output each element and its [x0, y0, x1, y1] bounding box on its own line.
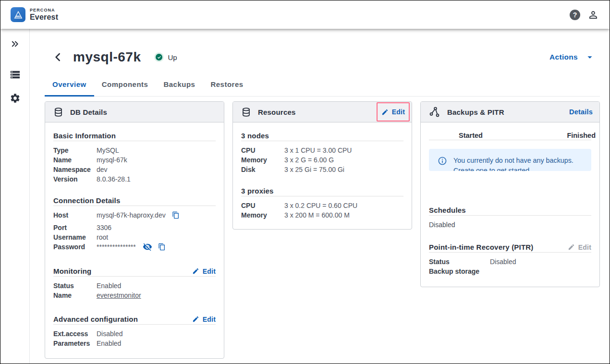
- row-proxies-memory: Memory3 x 200 M = 600.00 M: [241, 210, 403, 220]
- database-icon: [53, 107, 63, 117]
- brand-percona: PERCONA: [30, 8, 58, 12]
- row-monitoring-status: StatusEnabled: [53, 281, 216, 291]
- app-window: PERCONA Everest ? my: [0, 0, 610, 364]
- toggle-password-visibility-icon[interactable]: [143, 242, 152, 252]
- tab-backups[interactable]: Backups: [156, 75, 203, 96]
- row-parameters: ParametersEnabled: [53, 339, 216, 348]
- row-pitr-status: StatusDisabled: [429, 257, 591, 267]
- help-icon[interactable]: ?: [570, 10, 580, 20]
- page-title: mysql-67k: [73, 49, 141, 65]
- row-nodes-memory: Memory3 x 2 G = 6.00 G: [241, 155, 403, 165]
- actions-button[interactable]: Actions: [549, 52, 595, 62]
- status-label: Up: [168, 53, 177, 61]
- status-up-check-icon: [154, 52, 164, 62]
- database-icon: [241, 107, 251, 117]
- row-host: Host mysql-67k-haproxy.dev: [53, 210, 216, 223]
- row-monitoring-name: Nameeverestmonitor: [53, 291, 216, 300]
- brand-everest: Everest: [30, 13, 58, 21]
- databases-icon[interactable]: [10, 69, 21, 80]
- backups-details-link[interactable]: Details: [569, 108, 593, 116]
- main-content: mysql-67k Up Actions Overview Components…: [30, 29, 610, 364]
- row-proxies-cpu: CPU3 x 0.2 CPU = 0.60 CPU: [241, 201, 403, 210]
- col-header-started: Started: [459, 132, 483, 139]
- section-connection-details: Connection Details: [53, 196, 120, 205]
- info-icon: [438, 156, 447, 166]
- row-port: Port3306: [53, 223, 216, 232]
- tab-restores[interactable]: Restores: [203, 75, 251, 96]
- section-basic-information: Basic Information: [53, 132, 116, 140]
- section-advanced-configuration: Advanced configuration: [53, 315, 138, 323]
- card-resources: Resources Edit 3 nodes CPU3 x 1 CPU =: [232, 101, 412, 230]
- row-nodes-cpu: CPU3 x 1 CPU = 3.00 CPU: [241, 146, 403, 155]
- row-name: Namemysql-67k: [53, 155, 216, 165]
- copy-password-icon[interactable]: [158, 242, 166, 252]
- schedules-value: Disabled: [429, 221, 591, 229]
- advanced-edit-button[interactable]: Edit: [192, 315, 216, 323]
- caret-down-icon: [585, 52, 595, 62]
- section-monitoring: Monitoring: [53, 267, 91, 275]
- brand-link[interactable]: PERCONA Everest: [11, 7, 58, 22]
- edit-pencil-icon: [192, 267, 199, 275]
- sidebar: [0, 29, 30, 364]
- card-db-details: DB Details Basic Information TypeMySQL N…: [45, 101, 224, 359]
- monitoring-name-link[interactable]: everestmonitor: [97, 291, 141, 299]
- section-nodes: 3 nodes: [241, 132, 269, 140]
- edit-pencil-icon: [568, 243, 575, 251]
- row-username: Usernameroot: [53, 232, 216, 242]
- expand-sidebar-icon[interactable]: [10, 39, 20, 49]
- edit-pencil-icon: [192, 315, 199, 323]
- resources-edit-button[interactable]: Edit: [381, 108, 405, 116]
- tab-overview[interactable]: Overview: [45, 75, 94, 96]
- user-icon[interactable]: [587, 9, 599, 21]
- row-nodes-disk: Disk3 x 25 Gi = 75.00 Gi: [241, 165, 403, 174]
- row-pitr-backup-storage: Backup storage: [429, 267, 591, 276]
- card-title-backups: Backups & PITR: [447, 108, 504, 116]
- percona-logo-icon: [11, 7, 25, 22]
- row-type: TypeMySQL: [53, 146, 216, 155]
- card-backups-pitr: Backups & PITR Details Started Finished …: [420, 101, 600, 287]
- row-ext-access: Ext.accessDisabled: [53, 329, 216, 339]
- section-pitr: Point-in-time Recovery (PITR): [429, 243, 534, 251]
- row-version: Version8.0.36-28.1: [53, 174, 216, 184]
- pitr-edit-button[interactable]: Edit: [568, 243, 591, 251]
- back-icon[interactable]: [52, 51, 64, 63]
- resources-edit-highlight: Edit: [377, 102, 410, 121]
- edit-pencil-icon: [381, 109, 389, 116]
- section-schedules: Schedules: [429, 206, 466, 214]
- card-title-db-details: DB Details: [70, 108, 107, 116]
- backups-hub-icon: [429, 106, 440, 118]
- tabs: Overview Components Backups Restores: [45, 75, 600, 97]
- monitoring-edit-button[interactable]: Edit: [192, 267, 216, 275]
- row-namespace: Namespacedev: [53, 165, 216, 174]
- settings-gear-icon[interactable]: [10, 93, 21, 104]
- card-title-resources: Resources: [258, 108, 296, 116]
- no-backups-alert: You currently do not have any backups. C…: [429, 149, 591, 171]
- app-header: PERCONA Everest ?: [0, 0, 610, 29]
- copy-host-icon[interactable]: [172, 210, 180, 220]
- tab-components[interactable]: Components: [94, 75, 156, 96]
- section-proxies: 3 proxies: [241, 187, 274, 195]
- col-header-finished: Finished: [567, 132, 596, 139]
- alert-text: You currently do not have any backups. C…: [453, 156, 584, 171]
- row-password: Password ***************: [53, 242, 216, 255]
